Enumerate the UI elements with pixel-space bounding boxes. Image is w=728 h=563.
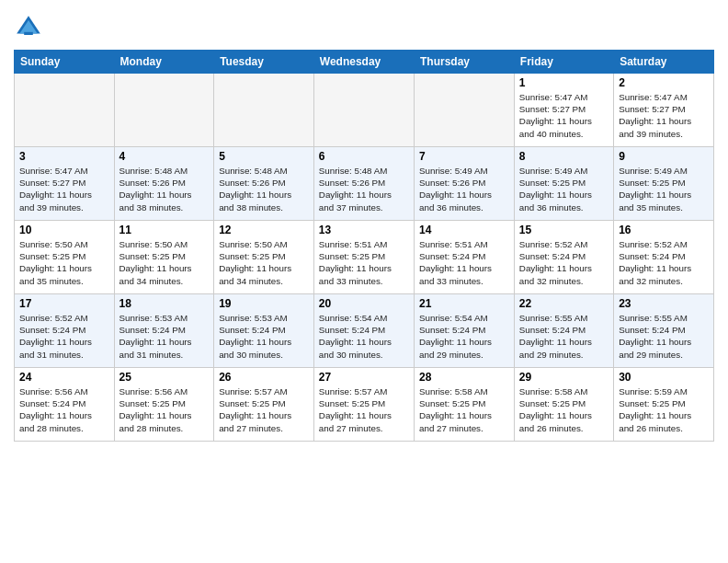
day-number: 12 bbox=[219, 224, 309, 236]
weekday-header-wednesday: Wednesday bbox=[313, 51, 414, 74]
day-number: 14 bbox=[419, 224, 509, 236]
weekday-header-row: SundayMondayTuesdayWednesdayThursdayFrid… bbox=[15, 51, 714, 74]
weekday-header-sunday: Sunday bbox=[15, 51, 115, 74]
day-cell: 20Sunrise: 5:54 AM Sunset: 5:24 PM Dayli… bbox=[313, 294, 414, 368]
day-number: 27 bbox=[319, 371, 409, 384]
day-number: 10 bbox=[19, 224, 109, 236]
weekday-header-monday: Monday bbox=[114, 51, 214, 74]
day-number: 29 bbox=[519, 371, 609, 384]
day-number: 21 bbox=[419, 297, 509, 310]
day-cell: 30Sunrise: 5:59 AM Sunset: 5:25 PM Dayli… bbox=[614, 368, 714, 442]
day-cell: 2Sunrise: 5:47 AM Sunset: 5:27 PM Daylig… bbox=[614, 74, 714, 147]
day-number: 17 bbox=[19, 297, 109, 310]
header bbox=[14, 9, 714, 42]
day-cell: 23Sunrise: 5:55 AM Sunset: 5:24 PM Dayli… bbox=[614, 294, 714, 368]
day-cell: 26Sunrise: 5:57 AM Sunset: 5:25 PM Dayli… bbox=[214, 368, 314, 442]
calendar: SundayMondayTuesdayWednesdayThursdayFrid… bbox=[14, 50, 714, 442]
day-info: Sunrise: 5:50 AM Sunset: 5:25 PM Dayligh… bbox=[119, 238, 210, 287]
day-number: 4 bbox=[119, 150, 210, 163]
day-info: Sunrise: 5:48 AM Sunset: 5:26 PM Dayligh… bbox=[219, 165, 309, 213]
day-number: 11 bbox=[119, 224, 210, 236]
day-number: 2 bbox=[619, 76, 709, 89]
day-number: 28 bbox=[419, 371, 509, 384]
day-cell bbox=[313, 74, 414, 147]
day-cell: 13Sunrise: 5:51 AM Sunset: 5:25 PM Dayli… bbox=[313, 221, 414, 294]
day-cell bbox=[15, 74, 115, 147]
day-cell: 15Sunrise: 5:52 AM Sunset: 5:24 PM Dayli… bbox=[514, 221, 613, 294]
week-row-5: 24Sunrise: 5:56 AM Sunset: 5:24 PM Dayli… bbox=[15, 368, 714, 442]
day-number: 3 bbox=[19, 150, 109, 163]
day-number: 22 bbox=[519, 297, 609, 310]
day-cell bbox=[214, 74, 314, 147]
day-cell: 24Sunrise: 5:56 AM Sunset: 5:24 PM Dayli… bbox=[15, 368, 115, 442]
page: SundayMondayTuesdayWednesdayThursdayFrid… bbox=[0, 0, 728, 451]
day-cell: 19Sunrise: 5:53 AM Sunset: 5:24 PM Dayli… bbox=[214, 294, 314, 368]
logo bbox=[14, 9, 47, 42]
day-info: Sunrise: 5:58 AM Sunset: 5:25 PM Dayligh… bbox=[419, 385, 509, 434]
day-info: Sunrise: 5:58 AM Sunset: 5:25 PM Dayligh… bbox=[519, 385, 609, 434]
day-number: 19 bbox=[219, 297, 309, 310]
week-row-4: 17Sunrise: 5:52 AM Sunset: 5:24 PM Dayli… bbox=[15, 294, 714, 368]
day-info: Sunrise: 5:47 AM Sunset: 5:27 PM Dayligh… bbox=[619, 91, 709, 140]
day-info: Sunrise: 5:49 AM Sunset: 5:25 PM Dayligh… bbox=[519, 165, 609, 213]
day-info: Sunrise: 5:47 AM Sunset: 5:27 PM Dayligh… bbox=[19, 165, 109, 213]
weekday-header-friday: Friday bbox=[514, 51, 613, 74]
day-info: Sunrise: 5:54 AM Sunset: 5:24 PM Dayligh… bbox=[419, 312, 509, 361]
day-info: Sunrise: 5:50 AM Sunset: 5:25 PM Dayligh… bbox=[19, 238, 109, 287]
day-number: 30 bbox=[619, 371, 709, 384]
day-number: 8 bbox=[519, 150, 609, 163]
logo-icon bbox=[14, 13, 43, 42]
day-info: Sunrise: 5:53 AM Sunset: 5:24 PM Dayligh… bbox=[119, 312, 210, 361]
day-info: Sunrise: 5:52 AM Sunset: 5:24 PM Dayligh… bbox=[619, 238, 709, 287]
day-cell: 1Sunrise: 5:47 AM Sunset: 5:27 PM Daylig… bbox=[514, 74, 613, 147]
day-cell: 28Sunrise: 5:58 AM Sunset: 5:25 PM Dayli… bbox=[415, 368, 515, 442]
day-cell: 18Sunrise: 5:53 AM Sunset: 5:24 PM Dayli… bbox=[114, 294, 214, 368]
day-cell: 12Sunrise: 5:50 AM Sunset: 5:25 PM Dayli… bbox=[214, 221, 314, 294]
day-cell: 8Sunrise: 5:49 AM Sunset: 5:25 PM Daylig… bbox=[514, 147, 613, 221]
day-info: Sunrise: 5:57 AM Sunset: 5:25 PM Dayligh… bbox=[319, 385, 409, 434]
day-cell: 10Sunrise: 5:50 AM Sunset: 5:25 PM Dayli… bbox=[15, 221, 115, 294]
day-cell: 4Sunrise: 5:48 AM Sunset: 5:26 PM Daylig… bbox=[114, 147, 214, 221]
day-cell: 17Sunrise: 5:52 AM Sunset: 5:24 PM Dayli… bbox=[15, 294, 115, 368]
day-cell: 5Sunrise: 5:48 AM Sunset: 5:26 PM Daylig… bbox=[214, 147, 314, 221]
day-number: 6 bbox=[319, 150, 409, 163]
day-cell: 22Sunrise: 5:55 AM Sunset: 5:24 PM Dayli… bbox=[514, 294, 613, 368]
day-number: 13 bbox=[319, 224, 409, 236]
day-number: 15 bbox=[519, 224, 609, 236]
day-cell: 29Sunrise: 5:58 AM Sunset: 5:25 PM Dayli… bbox=[514, 368, 613, 442]
day-info: Sunrise: 5:51 AM Sunset: 5:24 PM Dayligh… bbox=[419, 238, 509, 287]
weekday-header-tuesday: Tuesday bbox=[214, 51, 314, 74]
day-number: 1 bbox=[519, 76, 609, 89]
day-info: Sunrise: 5:48 AM Sunset: 5:26 PM Dayligh… bbox=[119, 165, 210, 213]
day-cell: 6Sunrise: 5:48 AM Sunset: 5:26 PM Daylig… bbox=[313, 147, 414, 221]
day-number: 20 bbox=[319, 297, 409, 310]
day-cell: 11Sunrise: 5:50 AM Sunset: 5:25 PM Dayli… bbox=[114, 221, 214, 294]
day-info: Sunrise: 5:47 AM Sunset: 5:27 PM Dayligh… bbox=[519, 91, 609, 140]
day-cell: 27Sunrise: 5:57 AM Sunset: 5:25 PM Dayli… bbox=[313, 368, 414, 442]
day-info: Sunrise: 5:49 AM Sunset: 5:25 PM Dayligh… bbox=[619, 165, 709, 213]
day-number: 24 bbox=[19, 371, 109, 384]
svg-rect-2 bbox=[24, 32, 33, 35]
day-number: 9 bbox=[619, 150, 709, 163]
day-info: Sunrise: 5:53 AM Sunset: 5:24 PM Dayligh… bbox=[219, 312, 309, 361]
day-info: Sunrise: 5:56 AM Sunset: 5:24 PM Dayligh… bbox=[19, 385, 109, 434]
day-number: 7 bbox=[419, 150, 509, 163]
day-info: Sunrise: 5:56 AM Sunset: 5:25 PM Dayligh… bbox=[119, 385, 210, 434]
day-info: Sunrise: 5:51 AM Sunset: 5:25 PM Dayligh… bbox=[319, 238, 409, 287]
day-info: Sunrise: 5:52 AM Sunset: 5:24 PM Dayligh… bbox=[19, 312, 109, 361]
day-cell: 3Sunrise: 5:47 AM Sunset: 5:27 PM Daylig… bbox=[15, 147, 115, 221]
week-row-1: 1Sunrise: 5:47 AM Sunset: 5:27 PM Daylig… bbox=[15, 74, 714, 147]
day-info: Sunrise: 5:48 AM Sunset: 5:26 PM Dayligh… bbox=[319, 165, 409, 213]
day-cell: 7Sunrise: 5:49 AM Sunset: 5:26 PM Daylig… bbox=[415, 147, 515, 221]
week-row-3: 10Sunrise: 5:50 AM Sunset: 5:25 PM Dayli… bbox=[15, 221, 714, 294]
day-info: Sunrise: 5:54 AM Sunset: 5:24 PM Dayligh… bbox=[319, 312, 409, 361]
weekday-header-thursday: Thursday bbox=[415, 51, 515, 74]
day-info: Sunrise: 5:52 AM Sunset: 5:24 PM Dayligh… bbox=[519, 238, 609, 287]
day-info: Sunrise: 5:55 AM Sunset: 5:24 PM Dayligh… bbox=[519, 312, 609, 361]
day-cell bbox=[114, 74, 214, 147]
day-number: 25 bbox=[119, 371, 210, 384]
day-cell: 21Sunrise: 5:54 AM Sunset: 5:24 PM Dayli… bbox=[415, 294, 515, 368]
day-cell: 9Sunrise: 5:49 AM Sunset: 5:25 PM Daylig… bbox=[614, 147, 714, 221]
day-number: 23 bbox=[619, 297, 709, 310]
day-cell bbox=[415, 74, 515, 147]
